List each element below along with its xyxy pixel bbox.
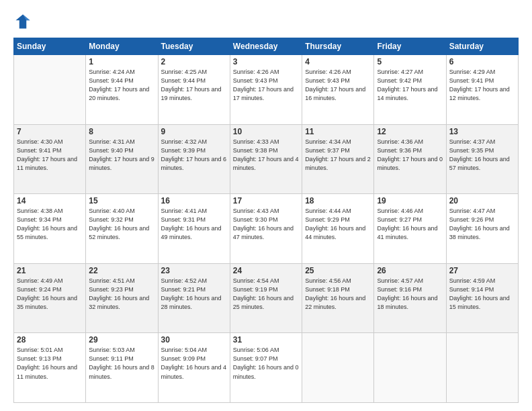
header [13,12,519,31]
calendar-cell: 28Sunrise: 5:01 AM Sunset: 9:13 PM Dayli… [14,333,86,403]
calendar-cell: 6Sunrise: 4:29 AM Sunset: 9:41 PM Daylig… [446,55,518,125]
calendar-cell: 9Sunrise: 4:32 AM Sunset: 9:39 PM Daylig… [158,124,230,194]
day-number: 15 [89,196,154,205]
day-number: 9 [161,127,227,136]
day-number: 11 [305,127,371,136]
day-info: Sunrise: 4:36 AM Sunset: 9:36 PM Dayligh… [377,138,443,173]
day-info: Sunrise: 4:57 AM Sunset: 9:16 PM Dayligh… [377,277,443,312]
calendar-cell: 20Sunrise: 4:47 AM Sunset: 9:26 PM Dayli… [446,194,518,264]
calendar-cell: 26Sunrise: 4:57 AM Sunset: 9:16 PM Dayli… [374,263,446,333]
calendar-cell: 4Sunrise: 4:26 AM Sunset: 9:43 PM Daylig… [302,55,374,125]
day-info: Sunrise: 4:24 AM Sunset: 9:44 PM Dayligh… [89,68,154,103]
day-number: 7 [17,127,83,136]
day-info: Sunrise: 4:47 AM Sunset: 9:26 PM Dayligh… [449,207,515,242]
day-info: Sunrise: 4:25 AM Sunset: 9:44 PM Dayligh… [161,68,227,103]
calendar-week-row: 21Sunrise: 4:49 AM Sunset: 9:24 PM Dayli… [14,263,519,333]
day-info: Sunrise: 5:06 AM Sunset: 9:07 PM Dayligh… [233,346,299,381]
calendar-cell: 27Sunrise: 4:59 AM Sunset: 9:14 PM Dayli… [446,263,518,333]
day-number: 22 [89,266,154,275]
day-info: Sunrise: 4:38 AM Sunset: 9:34 PM Dayligh… [17,207,83,242]
day-number: 21 [17,266,83,275]
calendar-cell: 3Sunrise: 4:26 AM Sunset: 9:43 PM Daylig… [230,55,302,125]
logo-icon [13,12,32,31]
calendar-cell: 31Sunrise: 5:06 AM Sunset: 9:07 PM Dayli… [230,333,302,403]
day-info: Sunrise: 4:59 AM Sunset: 9:14 PM Dayligh… [449,277,515,312]
calendar-cell: 13Sunrise: 4:37 AM Sunset: 9:35 PM Dayli… [446,124,518,194]
calendar-week-row: 28Sunrise: 5:01 AM Sunset: 9:13 PM Dayli… [14,333,519,403]
weekday-header-sunday: Sunday [14,38,86,55]
day-info: Sunrise: 4:29 AM Sunset: 9:41 PM Dayligh… [449,68,515,103]
day-info: Sunrise: 4:34 AM Sunset: 9:37 PM Dayligh… [305,138,371,173]
day-number: 23 [161,266,227,275]
day-number: 10 [233,127,299,136]
calendar-cell: 2Sunrise: 4:25 AM Sunset: 9:44 PM Daylig… [158,55,230,125]
calendar-cell: 5Sunrise: 4:27 AM Sunset: 9:42 PM Daylig… [374,55,446,125]
day-number: 2 [161,57,227,66]
calendar-cell [374,333,446,403]
day-number: 25 [305,266,371,275]
calendar-cell: 22Sunrise: 4:51 AM Sunset: 9:23 PM Dayli… [86,263,158,333]
calendar-week-row: 14Sunrise: 4:38 AM Sunset: 9:34 PM Dayli… [14,194,519,264]
calendar-cell: 25Sunrise: 4:56 AM Sunset: 9:18 PM Dayli… [302,263,374,333]
day-info: Sunrise: 4:54 AM Sunset: 9:19 PM Dayligh… [233,277,299,312]
calendar-cell: 12Sunrise: 4:36 AM Sunset: 9:36 PM Dayli… [374,124,446,194]
calendar-cell: 7Sunrise: 4:30 AM Sunset: 9:41 PM Daylig… [14,124,86,194]
day-info: Sunrise: 4:49 AM Sunset: 9:24 PM Dayligh… [17,277,83,312]
calendar-cell: 18Sunrise: 4:44 AM Sunset: 9:29 PM Dayli… [302,194,374,264]
weekday-header-friday: Friday [374,38,446,55]
calendar-cell: 24Sunrise: 4:54 AM Sunset: 9:19 PM Dayli… [230,263,302,333]
day-info: Sunrise: 5:04 AM Sunset: 9:09 PM Dayligh… [161,346,227,381]
day-number: 31 [233,335,299,345]
day-info: Sunrise: 4:46 AM Sunset: 9:27 PM Dayligh… [377,207,443,242]
calendar-cell: 29Sunrise: 5:03 AM Sunset: 9:11 PM Dayli… [86,333,158,403]
calendar-cell: 1Sunrise: 4:24 AM Sunset: 9:44 PM Daylig… [86,55,158,125]
weekday-header-row: SundayMondayTuesdayWednesdayThursdayFrid… [14,38,519,55]
day-number: 19 [377,196,443,205]
day-info: Sunrise: 4:37 AM Sunset: 9:35 PM Dayligh… [449,138,515,173]
day-number: 26 [377,266,443,275]
day-number: 5 [377,57,443,66]
day-number: 28 [17,335,83,345]
calendar-cell [302,333,374,403]
day-info: Sunrise: 4:26 AM Sunset: 9:43 PM Dayligh… [233,68,299,103]
day-info: Sunrise: 4:31 AM Sunset: 9:40 PM Dayligh… [89,138,154,173]
svg-marker-0 [16,15,30,29]
day-number: 8 [89,127,154,136]
day-info: Sunrise: 5:03 AM Sunset: 9:11 PM Dayligh… [89,346,154,381]
day-info: Sunrise: 4:27 AM Sunset: 9:42 PM Dayligh… [377,68,443,103]
day-info: Sunrise: 4:56 AM Sunset: 9:18 PM Dayligh… [305,277,371,312]
calendar-table: SundayMondayTuesdayWednesdayThursdayFrid… [13,38,519,403]
weekday-header-saturday: Saturday [446,38,518,55]
logo [13,12,35,31]
calendar-cell [14,55,86,125]
calendar-cell: 10Sunrise: 4:33 AM Sunset: 9:38 PM Dayli… [230,124,302,194]
day-info: Sunrise: 4:30 AM Sunset: 9:41 PM Dayligh… [17,138,83,173]
day-info: Sunrise: 4:41 AM Sunset: 9:31 PM Dayligh… [161,207,227,242]
calendar-cell: 17Sunrise: 4:43 AM Sunset: 9:30 PM Dayli… [230,194,302,264]
day-number: 16 [161,196,227,205]
day-info: Sunrise: 4:51 AM Sunset: 9:23 PM Dayligh… [89,277,154,312]
day-info: Sunrise: 4:44 AM Sunset: 9:29 PM Dayligh… [305,207,371,242]
day-number: 12 [377,127,443,136]
day-number: 24 [233,266,299,275]
day-number: 27 [449,266,515,275]
day-info: Sunrise: 4:32 AM Sunset: 9:39 PM Dayligh… [161,138,227,173]
day-number: 17 [233,196,299,205]
weekday-header-monday: Monday [86,38,158,55]
day-info: Sunrise: 4:26 AM Sunset: 9:43 PM Dayligh… [305,68,371,103]
calendar-cell: 15Sunrise: 4:40 AM Sunset: 9:32 PM Dayli… [86,194,158,264]
day-info: Sunrise: 4:43 AM Sunset: 9:30 PM Dayligh… [233,207,299,242]
calendar-cell: 14Sunrise: 4:38 AM Sunset: 9:34 PM Dayli… [14,194,86,264]
calendar-cell: 19Sunrise: 4:46 AM Sunset: 9:27 PM Dayli… [374,194,446,264]
calendar-week-row: 7Sunrise: 4:30 AM Sunset: 9:41 PM Daylig… [14,124,519,194]
day-number: 29 [89,335,154,345]
weekday-header-tuesday: Tuesday [158,38,230,55]
day-number: 18 [305,196,371,205]
day-number: 3 [233,57,299,66]
weekday-header-wednesday: Wednesday [230,38,302,55]
day-number: 6 [449,57,515,66]
weekday-header-thursday: Thursday [302,38,374,55]
day-info: Sunrise: 4:33 AM Sunset: 9:38 PM Dayligh… [233,138,299,173]
day-number: 30 [161,335,227,345]
page: SundayMondayTuesdayWednesdayThursdayFrid… [0,0,532,411]
